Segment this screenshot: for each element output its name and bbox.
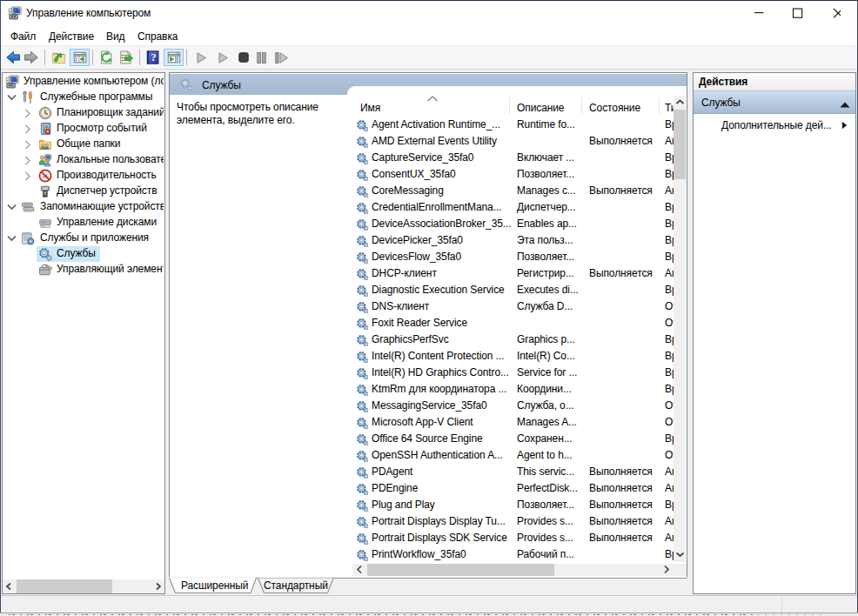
svg-text:?: ? [151,50,156,64]
